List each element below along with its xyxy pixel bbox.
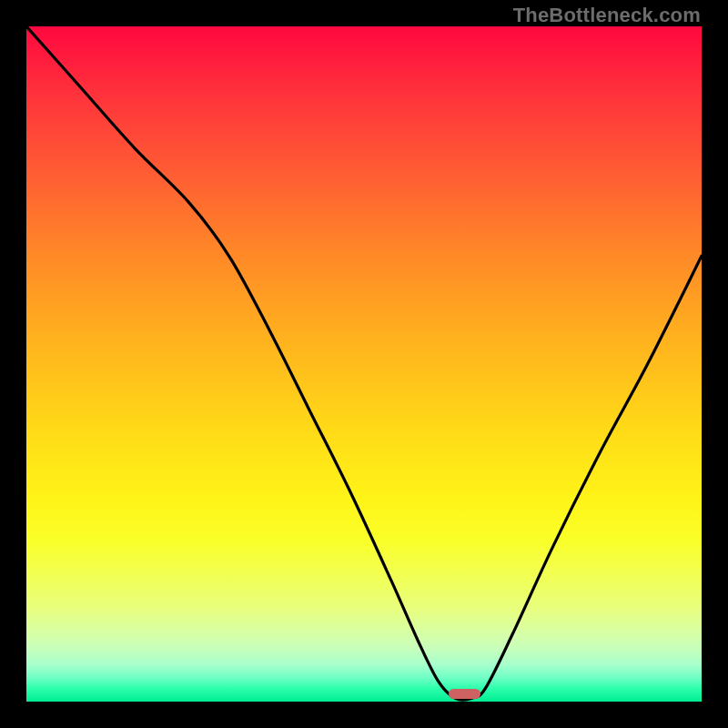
watermark-text: TheBottleneck.com <box>513 4 701 27</box>
chart-frame: TheBottleneck.com <box>0 0 728 728</box>
bottleneck-curve <box>26 26 702 702</box>
optimal-marker <box>449 689 481 699</box>
plot-area <box>26 26 702 702</box>
